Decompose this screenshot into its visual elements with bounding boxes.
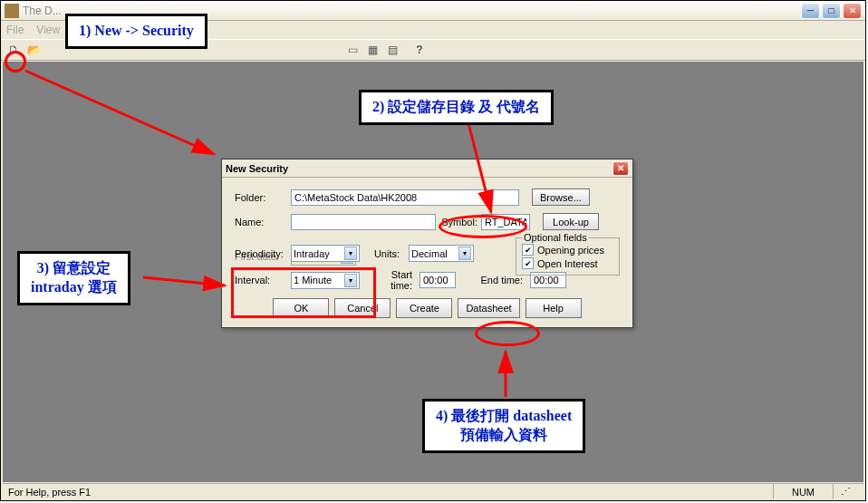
help-button[interactable]: Help	[526, 298, 582, 318]
annotation-3: 3) 留意設定 intraday 選項	[17, 251, 130, 305]
periodicity-label: Periodicity:	[235, 248, 287, 259]
ok-button[interactable]: OK	[273, 298, 329, 318]
help-icon[interactable]: ?	[410, 41, 429, 59]
start-time-label: Start time:	[367, 269, 412, 291]
periodicity-value: Intraday	[294, 248, 330, 259]
checkbox-icon: ✔	[522, 257, 534, 269]
status-grip: ⋰	[833, 484, 858, 499]
annotation-1: 1) New -> Security	[65, 14, 207, 49]
opening-prices-label: Opening prices	[537, 245, 604, 256]
symbol-input[interactable]	[481, 214, 530, 230]
dialog-titlebar: New Security ✕	[222, 160, 632, 178]
units-select[interactable]: Decimal ▾	[409, 245, 474, 262]
open-interest-checkbox[interactable]: ✔ Open Interest	[522, 257, 613, 269]
optional-fields-title: Optional fields	[522, 232, 589, 243]
end-time-label: End time:	[476, 275, 523, 285]
cancel-button[interactable]: Cancel	[334, 298, 391, 318]
symbol-label: Symbol:	[439, 217, 477, 227]
dialog-close-button[interactable]: ✕	[612, 161, 629, 176]
annotation-2: 2) 設定儲存目錄 及 代號名	[359, 90, 554, 125]
new-security-dialog: New Security ✕ Folder: Browse... Name: S…	[221, 159, 633, 328]
browse-button[interactable]: Browse...	[532, 189, 590, 206]
units-label: Units:	[369, 248, 400, 259]
status-help: For Help, press F1	[8, 487, 773, 498]
app-icon	[5, 4, 19, 18]
interval-value: 1 Minute	[294, 275, 332, 285]
annotation-4: 4) 最後打開 datasheet 預備輸入資料	[422, 399, 585, 453]
chevron-down-icon: ▾	[344, 247, 357, 260]
open-interest-label: Open Interest	[537, 258, 598, 269]
grid-icon[interactable]: ▦	[363, 41, 381, 59]
units-value: Decimal	[411, 248, 448, 259]
list-icon[interactable]: ▤	[383, 41, 401, 59]
checkbox-icon: ✔	[522, 244, 534, 256]
chevron-down-icon: ▾	[458, 247, 471, 260]
menu-file[interactable]: File	[6, 24, 24, 36]
create-button[interactable]: Create	[396, 298, 452, 318]
chevron-down-icon: ▾	[344, 274, 357, 287]
opening-prices-checkbox[interactable]: ✔ Opening prices	[522, 244, 613, 256]
open-icon[interactable]: 📂	[24, 41, 43, 59]
dialog-title: New Security	[226, 163, 612, 174]
minimize-button[interactable]: ─	[801, 3, 820, 19]
folder-label: Folder:	[235, 192, 287, 203]
statusbar: For Help, press F1 NUM ⋰	[3, 483, 863, 499]
lookup-button[interactable]: Look-up	[543, 213, 599, 230]
folder-input[interactable]	[291, 189, 519, 206]
maximize-button[interactable]: □	[822, 3, 841, 19]
status-num: NUM	[773, 484, 833, 499]
interval-label: Interval:	[235, 275, 287, 285]
periodicity-select[interactable]: Intraday ▾	[291, 245, 360, 262]
menu-view[interactable]: View	[36, 24, 60, 36]
annotation-circle-new	[5, 51, 26, 73]
datasheet-button[interactable]: Datasheet	[458, 298, 519, 318]
toolbar-icon[interactable]: ▭	[343, 41, 362, 59]
optional-fields-group: Optional fields ✔ Opening prices ✔ Open …	[516, 237, 620, 276]
close-button[interactable]: ✕	[843, 3, 862, 19]
start-time-input[interactable]	[420, 272, 456, 288]
name-label: Name:	[235, 217, 287, 227]
name-input[interactable]	[291, 214, 436, 230]
interval-select[interactable]: 1 Minute ▾	[291, 272, 360, 289]
